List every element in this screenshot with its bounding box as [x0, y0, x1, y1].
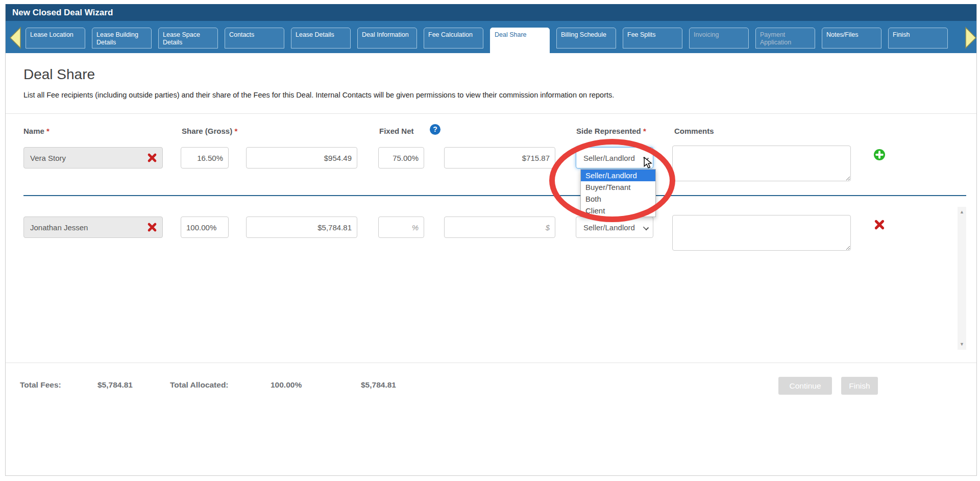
required-marker: *	[46, 127, 50, 135]
tab-label: Notes/Files	[826, 31, 859, 38]
side-represented-value: Seller/Landlord	[583, 223, 636, 232]
wizard-tabstrip: Lease Location Lease Building Details Le…	[6, 21, 976, 53]
tab-label: Deal Share	[495, 31, 527, 38]
fixed-net-percent-input[interactable]	[378, 217, 424, 238]
tab-deal-share[interactable]: Deal Share	[490, 28, 550, 58]
tab-label: Lease Location	[30, 31, 74, 38]
tab-lease-space-details[interactable]: Lease Space Details	[158, 28, 218, 49]
finish-button[interactable]: Finish	[841, 377, 878, 395]
required-marker: *	[234, 127, 237, 135]
remove-recipient-icon[interactable]	[147, 153, 157, 164]
row-divider	[23, 195, 966, 196]
deal-share-panel: Deal Share List all Fee recipients (incl…	[6, 53, 976, 475]
required-marker: *	[643, 127, 646, 135]
fixed-net-help-icon[interactable]: ?	[430, 124, 440, 135]
prev-step-arrow-icon[interactable]	[9, 27, 21, 49]
column-header-share-gross: Share (Gross) *	[182, 127, 237, 135]
wizard-window: New Closed Deal Wizard Lease Location Le…	[5, 4, 977, 476]
tab-payment-application: Payment Application	[755, 28, 815, 49]
total-fees-value: $5,784.81	[97, 380, 133, 390]
tab-label: Fee Splits	[627, 31, 656, 38]
tab-label: Finish	[893, 31, 910, 38]
tab-fee-splits[interactable]: Fee Splits	[623, 28, 682, 49]
tab-label: Billing Schedule	[561, 31, 606, 38]
tab-lease-location[interactable]: Lease Location	[26, 28, 85, 49]
tab-label: Lease Building Details	[96, 31, 138, 46]
share-percent-input[interactable]	[181, 147, 229, 169]
vertical-scrollbar[interactable]: ▲ ▼	[958, 207, 966, 350]
window-title: New Closed Deal Wizard	[12, 8, 113, 17]
column-header-side-represented: Side Represented *	[576, 127, 646, 135]
share-percent-input[interactable]	[181, 217, 229, 238]
tab-label: Contacts	[229, 31, 254, 38]
page-description: List all Fee recipients (including outsi…	[23, 91, 614, 99]
fixed-net-amount-input[interactable]	[444, 147, 555, 169]
share-amount-input[interactable]	[246, 217, 357, 238]
tab-label: Deal Information	[362, 31, 409, 38]
column-header-name: Name *	[23, 127, 50, 135]
comments-textarea[interactable]	[672, 146, 851, 181]
recipient-name-field: Vera Story	[23, 147, 163, 169]
continue-button[interactable]: Continue	[778, 377, 832, 395]
tab-notes-files[interactable]: Notes/Files	[822, 28, 881, 49]
chevron-down-icon	[643, 155, 649, 161]
next-step-arrow-icon[interactable]	[965, 27, 977, 49]
dropdown-option-buyer-tenant[interactable]: Buyer/Tenant	[581, 181, 655, 193]
tab-lease-building-details[interactable]: Lease Building Details	[92, 28, 152, 49]
total-fees-label: Total Fees:	[20, 380, 61, 390]
tab-finish[interactable]: Finish	[888, 28, 948, 49]
tab-invoicing: Invoicing	[689, 28, 749, 49]
deal-share-row: Jonathan Jessen Seller/Landlord	[6, 217, 976, 238]
side-represented-dropdown-list: Seller/Landlord Buyer/Tenant Both Client	[580, 169, 656, 217]
total-allocated-amount: $5,784.81	[361, 380, 396, 390]
total-allocated-percent: 100.00%	[271, 380, 302, 390]
side-represented-select[interactable]: Seller/Landlord	[576, 217, 653, 238]
side-represented-select[interactable]: Seller/Landlord	[576, 147, 653, 169]
tab-label: Payment Application	[760, 31, 791, 46]
scroll-up-icon[interactable]: ▲	[958, 208, 966, 217]
tab-deal-information[interactable]: Deal Information	[357, 28, 417, 49]
dropdown-option-seller-landlord[interactable]: Seller/Landlord	[581, 170, 655, 181]
total-allocated-label: Total Allocated:	[170, 380, 229, 390]
remove-recipient-icon[interactable]	[147, 222, 157, 234]
window-titlebar: New Closed Deal Wizard	[6, 4, 976, 21]
recipient-name-field: Jonathan Jessen	[23, 217, 163, 238]
delete-row-icon[interactable]	[874, 219, 886, 231]
fixed-net-percent-input[interactable]	[378, 147, 424, 169]
comments-textarea[interactable]	[672, 215, 851, 251]
recipient-name: Jonathan Jessen	[30, 223, 88, 232]
tab-label: Lease Details	[296, 31, 334, 38]
tab-label: Invoicing	[694, 31, 719, 38]
divider	[6, 113, 976, 114]
side-represented-value: Seller/Landlord	[583, 154, 636, 162]
column-header-comments: Comments	[674, 127, 714, 135]
tab-label: Lease Space Details	[163, 31, 200, 46]
page-title: Deal Share	[23, 66, 95, 83]
recipient-name: Vera Story	[30, 154, 66, 162]
add-recipient-icon[interactable]	[873, 149, 886, 161]
fixed-net-amount-input[interactable]	[444, 217, 555, 238]
chevron-down-icon	[643, 225, 649, 230]
tab-billing-schedule[interactable]: Billing Schedule	[556, 28, 616, 49]
tab-lease-details[interactable]: Lease Details	[291, 28, 351, 49]
tab-fee-calculation[interactable]: Fee Calculation	[424, 28, 483, 49]
divider	[6, 363, 976, 363]
tab-contacts[interactable]: Contacts	[225, 28, 284, 49]
share-amount-input[interactable]	[246, 147, 357, 169]
dropdown-option-both[interactable]: Both	[581, 193, 655, 205]
column-header-fixed-net: Fixed Net	[379, 127, 414, 135]
scroll-down-icon[interactable]: ▼	[958, 340, 966, 349]
tab-label: Fee Calculation	[428, 31, 473, 38]
dropdown-option-client[interactable]: Client	[581, 205, 655, 217]
deal-share-row: Vera Story Seller/Landlord	[6, 147, 976, 169]
